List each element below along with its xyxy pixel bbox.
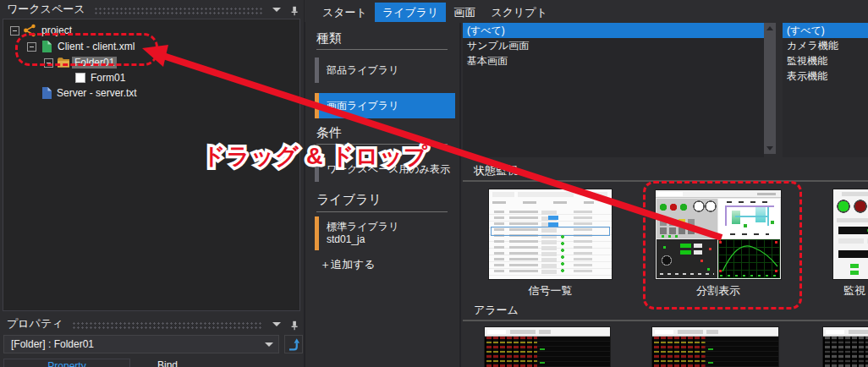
app-window: { "workspace": { "title": "ワークスペース", "tr…	[0, 0, 868, 367]
tab-screen[interactable]: 画面	[446, 3, 483, 22]
library-heading: ライブラリ	[316, 192, 382, 208]
thumbnail-alarm-3[interactable]	[823, 327, 868, 367]
panel-drag-handle[interactable]	[94, 7, 262, 14]
tab-property[interactable]: Property	[3, 359, 130, 367]
tab-property-label: Property	[47, 360, 85, 367]
annotation-dashed-ellipse	[15, 33, 158, 66]
separator	[316, 211, 448, 212]
library-item-id: std01_ja	[327, 233, 455, 246]
panel-menu-caret-icon[interactable]	[272, 8, 281, 12]
panel-drag-handle[interactable]	[72, 321, 262, 329]
properties-panel-title: プロパティ	[7, 316, 63, 331]
subcategory-item-display[interactable]: 表示機能	[783, 68, 868, 84]
decor-badge	[548, 216, 558, 220]
decor-alarm-rows	[823, 337, 868, 367]
thumbnail-label-signal-list: 信号一覧	[489, 283, 612, 299]
subcategory-item-all[interactable]: (すべて)	[783, 23, 868, 38]
tab-script[interactable]: スクリプト	[483, 3, 555, 22]
decor-badge	[548, 222, 558, 227]
panel-menu-caret-icon[interactable]	[272, 322, 281, 326]
object-selector-dropdown[interactable]: [Folder] : Folder01	[3, 335, 279, 353]
dropdown-caret-icon	[265, 342, 273, 347]
subcategory-list: (すべて) カメラ機能 監視機能 表示機能	[783, 23, 868, 157]
subcategory-item-camera[interactable]: カメラ機能	[783, 38, 868, 53]
decor-toolbar	[823, 327, 868, 337]
scroll-down-arrow-icon[interactable]	[764, 143, 776, 154]
library-item-standard[interactable]: 標準ライブラリ std01_ja	[315, 216, 455, 250]
category-item-sample[interactable]: サンプル画面	[463, 38, 764, 53]
thumbnail-alarm-1[interactable]	[485, 327, 610, 367]
section-heading-alarm: アラーム	[474, 303, 519, 318]
decor-alarm-rows	[652, 337, 778, 367]
panel-divider	[304, 0, 305, 367]
scroll-up-arrow-icon[interactable]	[764, 23, 776, 34]
subcategory-item-monitor[interactable]: 監視機能	[783, 53, 868, 68]
pin-icon[interactable]	[289, 4, 299, 14]
decor-selected-row	[491, 227, 610, 236]
tab-bind[interactable]: Bind	[157, 359, 178, 367]
decor-status-dots	[560, 233, 565, 274]
decor-alarm-rows	[485, 337, 610, 367]
collapse-toggle-icon[interactable]	[10, 26, 19, 36]
form-icon	[74, 71, 87, 85]
tree-item-label: Form01	[91, 72, 125, 84]
thumbnail-signal-list[interactable]	[489, 189, 612, 279]
properties-panel-header: プロパティ	[0, 315, 305, 333]
annotation-text-fill: ドラッグ & ドロップ	[202, 141, 428, 172]
category-list: (すべて) サンプル画面 基本画面	[463, 23, 764, 157]
tab-bind-label: Bind	[157, 359, 178, 367]
screen-gallery: 状態監視 信号一覧 分割表示 監視 アラーム	[463, 157, 868, 367]
main-tab-bar: スタート ライブラリ 画面 スクリプト	[305, 0, 868, 22]
thumbnail-alarm-2[interactable]	[652, 327, 778, 367]
separator	[316, 49, 448, 50]
category-list-scrollbar[interactable]	[764, 23, 776, 154]
annotation-dashed-rect	[643, 181, 802, 309]
add-library-button[interactable]: ＋追加する	[320, 257, 376, 272]
workspace-panel-title: ワークスペース	[7, 2, 85, 17]
properties-panel: プロパティ [Folder] : Folder01 Property Bind	[0, 315, 305, 367]
category-item-basic[interactable]: 基本画面	[463, 53, 764, 68]
condition-heading: 条件	[316, 125, 342, 141]
tree-item-form01[interactable]: Form01	[3, 70, 299, 85]
object-selector-value: [Folder] : Folder01	[11, 338, 94, 350]
tree-item-label: Server - server.txt	[57, 87, 137, 99]
category-item-all[interactable]: (すべて)	[463, 23, 764, 38]
tab-start[interactable]: スタート	[315, 3, 375, 22]
library-kind-panel: 種類 部品ライブラリ 画面ライブラリ 条件 ワークスペース用のみ表示 ライブラリ…	[306, 23, 461, 367]
tab-library[interactable]: ライブラリ	[375, 3, 447, 22]
server-document-icon	[40, 86, 53, 100]
decor-toolbar	[485, 327, 610, 337]
go-to-parent-button[interactable]	[284, 335, 303, 353]
decor-toolbar	[652, 327, 778, 337]
pin-icon[interactable]	[289, 319, 299, 329]
separator	[463, 320, 868, 321]
thumbnail-label-monitor: 監視	[843, 283, 865, 299]
section-heading-status-monitor: 状態監視	[474, 163, 518, 178]
workspace-panel-header: ワークスペース	[0, 0, 305, 19]
tree-item-server[interactable]: Server - server.txt	[3, 85, 299, 101]
thumbnail-monitor[interactable]	[833, 189, 868, 279]
library-item-name: 標準ライブラリ	[327, 221, 455, 233]
kind-item-parts-library[interactable]: 部品ライブラリ	[315, 58, 455, 83]
kind-item-screen-library[interactable]: 画面ライブラリ	[315, 93, 455, 118]
kind-heading: 種類	[316, 30, 342, 47]
